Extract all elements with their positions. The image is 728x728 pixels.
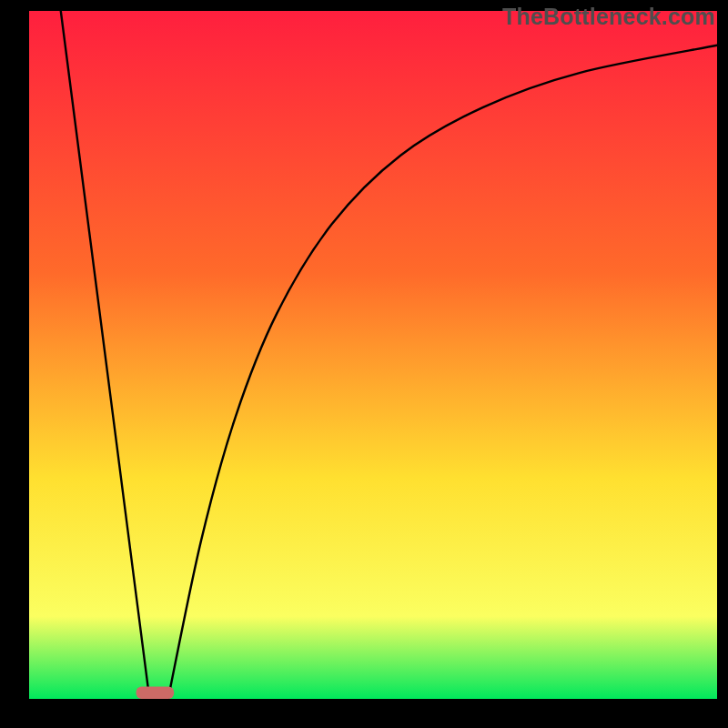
watermark-text: TheBottleneck.com [502, 4, 715, 30]
gradient-background [29, 11, 717, 699]
chart-frame: TheBottleneck.com [0, 0, 728, 728]
bottleneck-chart [0, 0, 728, 728]
optimal-marker [136, 686, 175, 699]
